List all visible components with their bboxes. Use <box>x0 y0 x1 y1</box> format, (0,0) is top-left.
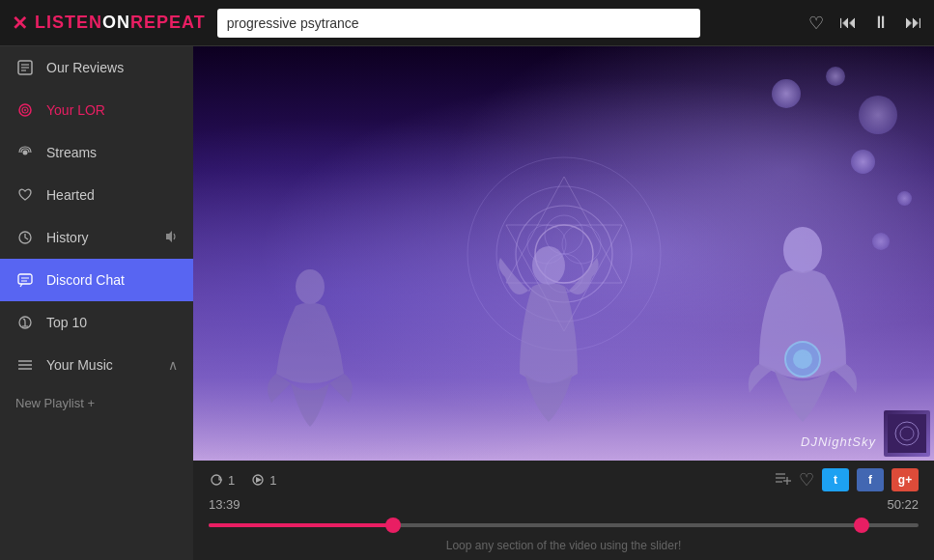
discord-icon <box>15 270 35 290</box>
add-to-playlist-button[interactable] <box>774 469 791 490</box>
figure-center <box>495 238 602 432</box>
play-count-icon <box>250 472 266 488</box>
figure-left <box>262 258 358 432</box>
sidebar-item-discord-chat[interactable]: Discord Chat <box>0 259 193 301</box>
logo: ✕ LISTEN ON REPEAT <box>12 12 206 35</box>
twitter-share-button[interactable]: t <box>822 468 849 491</box>
sidebar-item-label: Streams <box>46 145 97 160</box>
svg-point-31 <box>793 350 812 369</box>
top-bar: ✕ LISTEN ON REPEAT ♡ ⏮ ⏸ ⏭ <box>0 0 934 46</box>
content-area: DJNightSky <box>193 46 934 560</box>
heart-icon[interactable]: ♡ <box>808 13 824 34</box>
progress-thumb-left[interactable] <box>385 518 401 533</box>
figure-right <box>740 219 865 432</box>
prev-icon[interactable]: ⏮ <box>839 13 857 33</box>
lor-icon <box>15 100 35 120</box>
svg-rect-10 <box>18 274 32 284</box>
sidebar-item-label: History <box>46 230 89 245</box>
twitter-icon: t <box>834 473 837 487</box>
player-meta-left: 1 1 <box>209 472 276 488</box>
like-button[interactable]: ♡ <box>799 469 814 490</box>
your-music-label: Your Music <box>46 357 156 373</box>
loop-count: 1 <box>228 473 235 488</box>
sidebar-item-label: Top 10 <box>46 315 87 330</box>
sidebar-item-label: Your LOR <box>46 102 105 118</box>
player-meta-right: ♡ t f g+ <box>774 468 919 491</box>
current-time: 13:39 <box>209 497 241 512</box>
logo-on: ON <box>102 13 130 33</box>
new-playlist-button[interactable]: New Playlist + <box>0 386 193 420</box>
main-layout: Our Reviews Your LOR Streams <box>0 46 934 560</box>
play-pause-icon[interactable]: ⏸ <box>872 13 890 33</box>
player-time: 13:39 50:22 <box>209 497 919 512</box>
top10-icon <box>15 313 35 332</box>
svg-point-7 <box>23 151 28 155</box>
sidebar-item-label: Hearted <box>46 187 95 203</box>
video-container: DJNightSky <box>193 46 934 461</box>
play-count-item: 1 <box>250 472 276 488</box>
svg-rect-32 <box>888 414 926 453</box>
sidebar-item-streams[interactable]: Streams <box>0 131 193 174</box>
svg-marker-37 <box>256 477 262 483</box>
sidebar-item-label: Discord Chat <box>46 272 125 288</box>
video-thumbnail: DJNightSky <box>193 46 934 461</box>
progress-bar-container[interactable] <box>209 516 919 535</box>
svg-point-6 <box>24 109 26 111</box>
player-bar: 1 1 <box>193 461 934 560</box>
logo-repeat: REPEAT <box>130 13 206 33</box>
facebook-icon: f <box>868 473 872 487</box>
next-icon[interactable]: ⏭ <box>905 13 922 33</box>
logo-x: ✕ <box>12 12 29 35</box>
sidebar-item-our-reviews[interactable]: Our Reviews <box>0 46 193 89</box>
svg-point-27 <box>296 269 325 304</box>
chevron-up-icon: ∧ <box>168 357 178 373</box>
loop-hint: Loop any section of the video using the … <box>209 539 919 552</box>
play-count: 1 <box>269 473 276 488</box>
history-icon <box>15 228 35 247</box>
hearted-icon <box>15 185 35 205</box>
sidebar-item-your-lor[interactable]: Your LOR <box>0 89 193 131</box>
google-icon: g+ <box>898 473 912 487</box>
video-watermark: DJNightSky <box>801 434 876 449</box>
volume-icon <box>164 230 178 246</box>
top-controls: ♡ ⏮ ⏸ ⏭ <box>808 13 922 34</box>
sidebar-item-your-music[interactable]: Your Music ∧ <box>0 344 193 386</box>
sidebar-item-top-10[interactable]: Top 10 <box>0 301 193 344</box>
svg-point-29 <box>783 227 822 273</box>
total-time: 50:22 <box>887 497 919 512</box>
google-share-button[interactable]: g+ <box>892 468 919 491</box>
logo-listen: LISTEN <box>35 13 102 33</box>
svg-point-28 <box>532 246 565 285</box>
progress-fill <box>209 523 400 527</box>
loop-count-item: 1 <box>209 472 235 488</box>
sidebar-item-hearted[interactable]: Hearted <box>0 174 193 216</box>
svg-marker-9 <box>166 231 172 242</box>
sidebar-item-history[interactable]: History <box>0 216 193 259</box>
your-music-icon <box>15 355 35 375</box>
reviews-icon <box>15 58 35 77</box>
streams-icon <box>15 143 35 162</box>
progress-thumb-right[interactable] <box>854 518 869 533</box>
search-input[interactable] <box>217 9 700 38</box>
sidebar-item-label: Our Reviews <box>46 60 124 75</box>
figure-container <box>193 46 934 461</box>
facebook-share-button[interactable]: f <box>857 468 884 491</box>
player-meta: 1 1 <box>209 468 919 491</box>
corner-thumbnail <box>884 410 930 457</box>
sidebar: Our Reviews Your LOR Streams <box>0 46 193 560</box>
loop-icon <box>209 472 224 488</box>
progress-track <box>209 523 919 527</box>
